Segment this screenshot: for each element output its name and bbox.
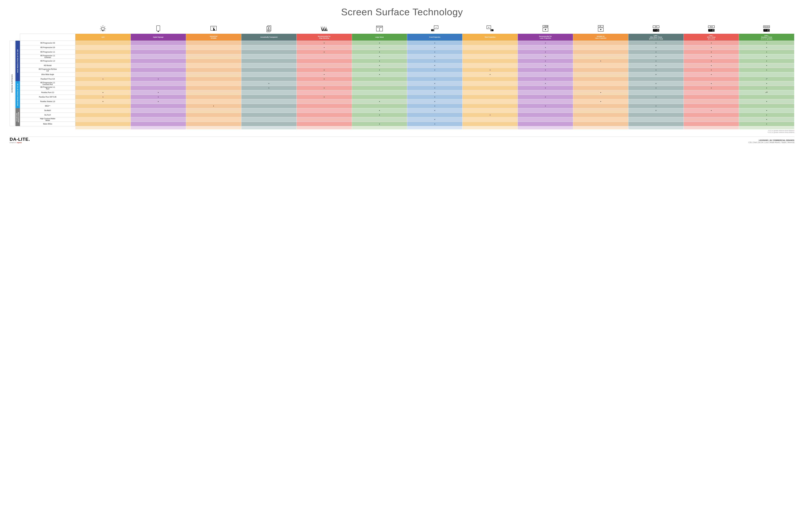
cell-6-ust <box>628 68 684 72</box>
page-footer: DA-LITE. A brand of □ legrand LEGRAND | … <box>10 137 794 143</box>
cell-2-at <box>241 50 296 54</box>
cell-13-iw <box>186 99 241 104</box>
cell-15-at <box>241 108 296 113</box>
cell-18-lv <box>352 122 407 126</box>
cell-4-ust <box>628 59 684 63</box>
cell-4-alr <box>75 59 131 63</box>
row-6: HD Progressive ReView0.9 <box>20 68 75 72</box>
cell-13-rp <box>462 99 518 104</box>
cell-0-std <box>739 41 794 45</box>
cell-17-ds <box>131 117 186 122</box>
cell-6-rl <box>518 68 573 72</box>
cell-14-rp <box>462 104 518 108</box>
col-eb: Recommended forEdge Blending <box>296 34 352 41</box>
cell-3-iw <box>186 54 241 59</box>
cell-6-iw <box>186 68 241 72</box>
cell-2-rp <box>462 50 518 54</box>
cell-5-ust <box>628 63 684 68</box>
cell-7-sl <box>573 72 628 77</box>
cell-11-std: •** <box>739 90 794 95</box>
cell-12-iw <box>186 95 241 99</box>
cell-15-lv <box>352 108 407 113</box>
cell-3-eb <box>296 54 352 59</box>
cell-16-iw <box>186 113 241 117</box>
cell-8-st <box>684 77 739 81</box>
group-standard-resolution: STANDARD RESOLUTION <box>15 108 20 126</box>
cell-4-lv <box>352 59 407 63</box>
cell-0-ds <box>131 41 186 45</box>
cell-11-fp <box>407 90 462 95</box>
cell-8-ds <box>131 77 186 81</box>
cell-8-eb <box>296 77 352 81</box>
cell-2-eb <box>296 50 352 54</box>
cell-12-st <box>684 95 739 99</box>
cell-11-rp <box>462 90 518 95</box>
cell-10-std <box>739 86 794 90</box>
row-17: High Contrast MatteWhite <box>20 117 75 122</box>
cell-5-std <box>739 63 794 68</box>
cell-11-ds <box>131 90 186 95</box>
col-std: Lens –Standard Throw(1.0:1 or greater) <box>739 34 794 41</box>
cell-6-ds <box>131 68 186 72</box>
col-lv: Large Venue <box>352 34 407 41</box>
cell-7-std <box>739 72 794 77</box>
cell-11-eb <box>296 90 352 95</box>
cell-5-lv <box>352 63 407 68</box>
col-rl: Recommended forLaser Projection <box>518 34 573 41</box>
cell-1-sl <box>573 45 628 50</box>
cell-16-ust <box>628 113 684 117</box>
cell-16-sl <box>573 113 628 117</box>
cell-2-fp <box>407 50 462 54</box>
svg-point-59 <box>657 30 659 31</box>
cell-5-rp <box>462 63 518 68</box>
svg-point-20 <box>268 30 269 31</box>
row-7: Ultra Wide Angle <box>20 72 75 77</box>
cell-18-rp <box>462 122 518 126</box>
cell-4-rp <box>462 59 518 63</box>
svg-point-61 <box>655 30 656 30</box>
svg-point-18 <box>268 27 269 28</box>
row-13: Parallax Stratos 1.0 <box>20 99 75 104</box>
cell-1-fp <box>407 45 462 50</box>
cell-2-iw <box>186 50 241 54</box>
svg-point-44 <box>492 30 493 30</box>
cell-0-alr <box>75 41 131 45</box>
cell-3-rl <box>518 54 573 59</box>
cell-14-alr <box>75 104 131 108</box>
col-at: Acoustically Transparent <box>241 34 296 41</box>
row-4: HD Progressive 1.3 <box>20 59 75 63</box>
row-14: IDEA™ <box>20 104 75 108</box>
cell-0-rp <box>462 41 518 45</box>
svg-point-65 <box>712 30 714 31</box>
cell-18-st <box>684 122 739 126</box>
cell-6-st <box>684 68 739 72</box>
cell-15-ust <box>628 108 684 113</box>
cell-15-ds <box>131 108 186 113</box>
cell-4-sl <box>573 59 628 63</box>
svg-text:UST: UST <box>655 26 657 27</box>
touch-icon <box>186 22 241 34</box>
col-iw: Interactive/Writable <box>186 34 241 41</box>
laser3-icon: ★★★✦ <box>518 22 573 34</box>
cell-4-rl <box>518 59 573 63</box>
cell-14-st <box>684 104 739 108</box>
cell-1-at <box>241 45 296 50</box>
cell-14-iw <box>186 104 241 108</box>
cell-6-alr <box>75 68 131 72</box>
svg-point-38 <box>432 30 432 30</box>
row-1: HD Progressive 0.9 <box>20 45 75 50</box>
svg-line-9 <box>104 30 105 31</box>
svg-point-43 <box>490 30 492 31</box>
cell-1-ust <box>628 45 684 50</box>
cell-18-std <box>739 122 794 126</box>
cell-17-std <box>739 117 794 122</box>
cell-9-eb <box>296 81 352 86</box>
cell-2-std <box>739 50 794 54</box>
brand-list: LEGRAND | AV COMMERCIAL BRANDS C2G | Chi… <box>748 139 794 143</box>
cell-8-std: •* <box>739 77 794 81</box>
brand-sublogo: A brand of □ legrand <box>10 142 30 143</box>
laser1-icon: ★✦ <box>573 22 628 34</box>
svg-text:★: ★ <box>600 25 601 27</box>
cell-5-iw <box>186 63 241 68</box>
cell-16-rl <box>518 113 573 117</box>
